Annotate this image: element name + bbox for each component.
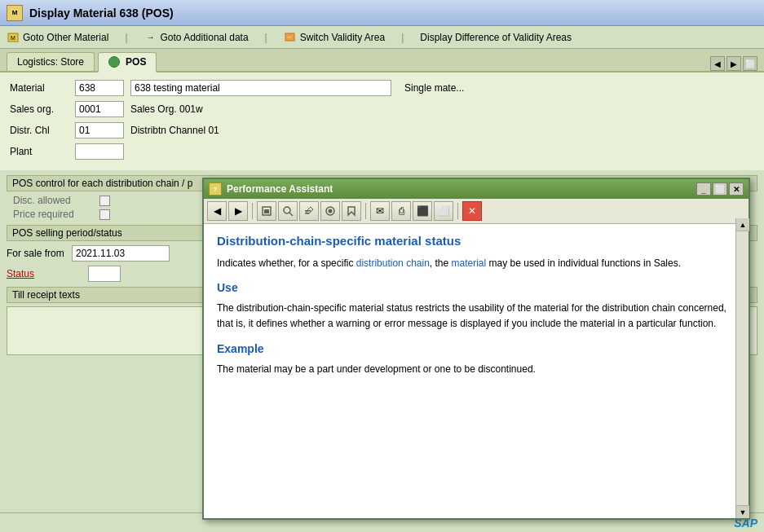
perf-title-text: Performance Assistant xyxy=(227,183,695,195)
for-sale-input[interactable] xyxy=(72,245,170,262)
menu-goto-other[interactable]: M Goto Other Material xyxy=(7,32,108,43)
switch-validity-icon: ↔ xyxy=(284,32,297,43)
perf-restore-btn[interactable]: ⬜ xyxy=(713,182,727,196)
material-desc-input[interactable] xyxy=(130,80,391,96)
svg-point-6 xyxy=(284,207,290,213)
distrchl-label: Distr. Chl xyxy=(10,125,75,136)
tab-logistics[interactable]: Logistics: Store xyxy=(7,52,95,71)
perf-home-btn[interactable] xyxy=(257,201,276,221)
perf-forward-btn[interactable]: ▶ xyxy=(228,201,248,221)
perf-title-bar: ? Performance Assistant _ ⬜ ✕ xyxy=(204,179,749,199)
tab-controls: ◀ ▶ ⬜ xyxy=(710,56,757,71)
scroll-up-btn[interactable]: ▲ xyxy=(736,218,749,231)
perf-settings-btn[interactable] xyxy=(320,201,340,221)
perf-minimize-btn[interactable]: _ xyxy=(696,182,711,196)
help-main-title: Distribution-chain-specific material sta… xyxy=(217,234,732,248)
svg-rect-5 xyxy=(264,209,269,213)
performance-assistant: ? Performance Assistant _ ⬜ ✕ ◀ ▶ ✉ ⎙ ⬛ … xyxy=(202,178,750,520)
plant-input[interactable] xyxy=(75,143,124,160)
perf-back-btn[interactable]: ◀ xyxy=(207,201,227,221)
perf-close-btn[interactable]: ✕ xyxy=(729,182,744,196)
help-use-title: Use xyxy=(217,281,732,294)
goto-other-icon: M xyxy=(7,32,20,43)
perf-scrollbar[interactable]: ▲ ▼ xyxy=(735,218,749,518)
perf-btn-10[interactable]: ⬛ xyxy=(413,201,432,221)
price-required-checkbox[interactable] xyxy=(99,209,110,220)
title-bar: M Display Material 638 (POS) xyxy=(0,0,764,26)
for-sale-label: For sale from xyxy=(7,248,72,259)
salesorg-input[interactable] xyxy=(75,101,124,117)
pos-indicator xyxy=(108,56,120,68)
perf-content: Distribution-chain-specific material sta… xyxy=(204,224,749,518)
svg-rect-8 xyxy=(305,210,311,212)
goto-additional-icon: → xyxy=(144,32,157,43)
help-use-text: The distribution-chain-specific material… xyxy=(217,301,732,332)
menu-goto-additional[interactable]: → Goto Additional data xyxy=(144,32,249,43)
perf-mail-btn[interactable]: ✉ xyxy=(370,201,390,221)
plant-label: Plant xyxy=(10,146,75,157)
svg-marker-13 xyxy=(348,207,355,215)
menu-display-diff[interactable]: Display Difference of Validity Areas xyxy=(420,32,572,43)
help-link-material[interactable]: material xyxy=(452,257,487,269)
tab-maximize-btn[interactable]: ⬜ xyxy=(743,56,757,71)
disc-allowed-checkbox[interactable] xyxy=(99,196,110,206)
perf-toolbar: ◀ ▶ ✉ ⎙ ⬛ ⬜ ✕ xyxy=(204,199,749,224)
perf-print-btn[interactable]: ⎙ xyxy=(391,201,411,221)
status-input[interactable] xyxy=(88,266,121,282)
help-intro-text: Indicates whether, for a specific distri… xyxy=(217,256,732,271)
svg-text:M: M xyxy=(11,35,15,41)
perf-edit-btn[interactable] xyxy=(299,201,319,221)
salesorg-label: Sales org. xyxy=(10,103,75,115)
toolbar-separator-3 xyxy=(457,203,458,219)
perf-search-btn[interactable] xyxy=(278,201,298,221)
tab-pos[interactable]: POS xyxy=(98,52,157,73)
distrchl-input[interactable] xyxy=(75,122,124,138)
help-link-distribution[interactable]: distribution chain xyxy=(356,257,430,269)
material-input[interactable] xyxy=(75,80,124,96)
material-row: Material Single mate... xyxy=(10,79,754,97)
svg-text:↔: ↔ xyxy=(286,34,292,40)
distrchl-row: Distr. Chl Distribtn Channel 01 xyxy=(10,121,754,139)
svg-line-7 xyxy=(289,213,293,216)
salesorg-desc: Sales Org. 001w xyxy=(130,103,203,115)
window-title: Display Material 638 (POS) xyxy=(29,7,174,20)
form-area: Material Single mate... Sales org. Sales… xyxy=(0,73,764,170)
material-label: Material xyxy=(10,82,75,94)
material-extra: Single mate... xyxy=(404,82,464,94)
distrchl-desc: Distribtn Channel 01 xyxy=(130,125,219,136)
disc-allowed-label: Disc. allowed xyxy=(13,195,95,206)
perf-btn-11[interactable]: ⬜ xyxy=(434,201,453,221)
tab-next-btn[interactable]: ▶ xyxy=(726,56,741,71)
perf-title-icon: ? xyxy=(209,182,222,196)
perf-close-toolbar-btn[interactable]: ✕ xyxy=(462,201,482,221)
perf-bookmark-btn[interactable] xyxy=(342,201,361,221)
status-label[interactable]: Status xyxy=(7,268,88,279)
plant-row: Plant xyxy=(10,143,754,160)
scroll-down-btn[interactable]: ▼ xyxy=(736,505,749,518)
help-example-title: Example xyxy=(217,342,732,355)
svg-point-11 xyxy=(329,209,333,213)
salesorg-row: Sales org. Sales Org. 001w xyxy=(10,100,754,118)
app-icon: M xyxy=(7,5,23,21)
help-example-text: The material may be a part under develop… xyxy=(217,362,732,377)
toolbar-separator-1 xyxy=(252,203,253,219)
toolbar-separator-2 xyxy=(365,203,366,219)
menu-bar: M Goto Other Material | → Goto Additiona… xyxy=(0,26,764,49)
tab-bar: Logistics: Store POS ◀ ▶ ⬜ xyxy=(0,49,764,73)
menu-switch-validity[interactable]: ↔ Switch Validity Area xyxy=(284,32,386,43)
price-required-label: Price required xyxy=(13,209,95,220)
tab-prev-btn[interactable]: ◀ xyxy=(710,56,725,71)
